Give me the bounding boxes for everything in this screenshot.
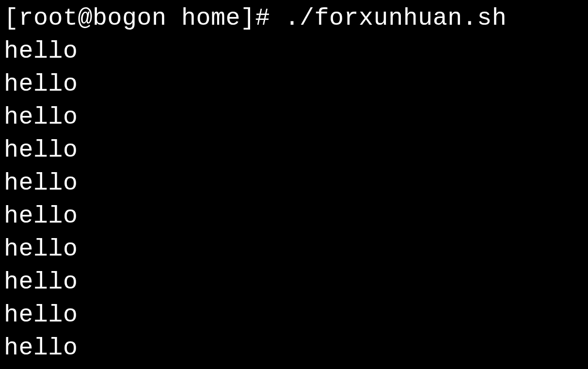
terminal-output-line: hello (4, 332, 584, 365)
terminal-output-line: hello (4, 35, 584, 68)
terminal-output-line: hello (4, 134, 584, 167)
terminal-output-line: hello (4, 200, 584, 233)
terminal-output-line: hello (4, 101, 584, 134)
terminal-output-line: hello (4, 167, 584, 200)
terminal-prompt-line: [root@bogon home]# ./forxunhuan.sh (4, 2, 584, 35)
shell-prompt: [root@bogon home]# (4, 4, 285, 32)
terminal-output-line: hello (4, 68, 584, 101)
terminal-output-line: hello (4, 266, 584, 299)
terminal-output-line: hello (4, 233, 584, 266)
terminal-output-line: hello (4, 299, 584, 332)
shell-command[interactable]: ./forxunhuan.sh (285, 4, 507, 32)
